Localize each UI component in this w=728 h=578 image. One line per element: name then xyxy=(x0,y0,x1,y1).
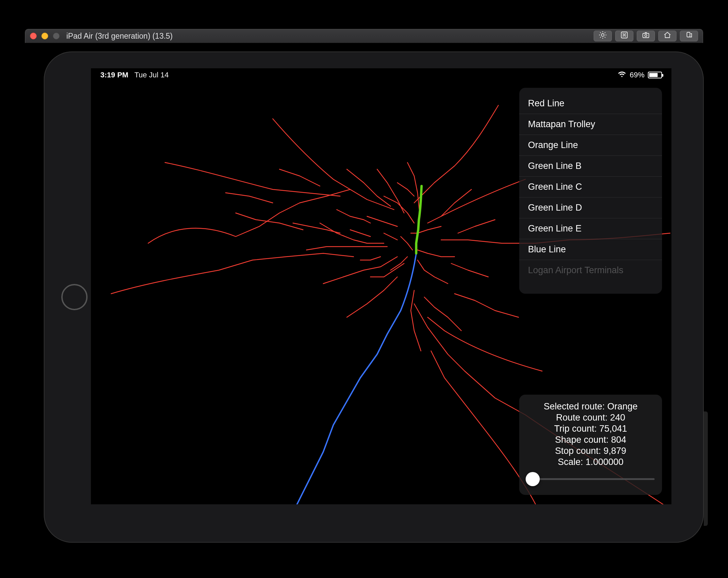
route-list-item[interactable]: Green Line D xyxy=(519,197,662,218)
route-line-red xyxy=(458,220,495,233)
camera-icon xyxy=(642,31,650,41)
command-icon: ⌘ xyxy=(620,31,628,41)
route-list-item[interactable]: Mattapan Trolley xyxy=(519,114,662,135)
route-line-red xyxy=(441,189,471,216)
route-list-item[interactable]: Green Line E xyxy=(519,218,662,239)
route-line-red xyxy=(397,183,414,196)
route-list-item[interactable]: Orange Line xyxy=(519,135,662,156)
route-line-red xyxy=(418,260,448,284)
rotate-button[interactable] xyxy=(680,31,698,42)
route-line-blue xyxy=(296,253,416,504)
appearance-toggle-button[interactable] xyxy=(594,31,612,42)
route-line-red xyxy=(418,250,454,257)
rotate-icon xyxy=(685,31,693,41)
route-list-panel[interactable]: Red LineMattapan TrolleyOrange LineGreen… xyxy=(519,88,662,294)
route-line-red xyxy=(454,294,519,317)
route-line-red xyxy=(427,179,525,223)
svg-line-7 xyxy=(600,37,601,38)
route-list-item[interactable]: Green Line C xyxy=(519,176,662,197)
status-date: Tue Jul 14 xyxy=(134,71,169,79)
device-screen: 3:19 PM Tue Jul 14 69% Red LineMattapan … xyxy=(91,68,671,504)
route-line-red xyxy=(236,213,303,230)
route-line-red xyxy=(360,257,381,260)
slider-track xyxy=(527,478,655,480)
scale-label: Scale: 1.000000 xyxy=(527,457,655,467)
svg-line-6 xyxy=(605,37,605,38)
battery-icon xyxy=(648,72,662,78)
scale-slider[interactable] xyxy=(527,473,655,485)
route-line-red xyxy=(414,105,498,203)
slider-thumb[interactable] xyxy=(526,472,540,486)
keyboard-shortcuts-button[interactable]: ⌘ xyxy=(615,31,633,42)
route-line-red xyxy=(370,264,404,277)
status-bar: 3:19 PM Tue Jul 14 69% xyxy=(91,68,671,82)
route-list-item[interactable]: Logan Airport Terminals xyxy=(519,260,662,281)
svg-line-8 xyxy=(605,32,605,33)
window-minimize-button[interactable] xyxy=(42,33,48,39)
route-line-red xyxy=(111,253,354,294)
route-line-red xyxy=(427,317,542,371)
svg-point-0 xyxy=(601,34,604,36)
route-line-red xyxy=(451,264,488,277)
simulator-titlebar: iPad Air (3rd generation) (13.5) ⌘ xyxy=(25,29,703,43)
route-line-red xyxy=(424,297,461,331)
screenshot-button[interactable] xyxy=(637,31,655,42)
route-line-red xyxy=(384,196,414,223)
route-line-red xyxy=(411,290,421,351)
route-line-red xyxy=(226,193,273,203)
simulator-toolbar: ⌘ xyxy=(594,31,698,42)
route-line-green xyxy=(416,186,422,253)
status-time: 3:19 PM xyxy=(100,71,128,79)
route-line-red xyxy=(347,277,397,317)
route-line-red xyxy=(367,216,397,226)
window-zoom-button[interactable] xyxy=(53,33,60,39)
route-list-item[interactable]: Green Line B xyxy=(519,156,662,176)
route-count-label: Route count: 240 xyxy=(527,412,655,423)
route-line-red xyxy=(411,226,441,233)
route-line-red xyxy=(165,163,340,196)
svg-text:⌘: ⌘ xyxy=(622,32,627,38)
home-icon xyxy=(664,31,671,41)
route-line-red xyxy=(350,230,370,237)
route-line-red xyxy=(401,237,413,250)
device-home-button[interactable] xyxy=(61,284,87,310)
svg-rect-11 xyxy=(643,33,649,38)
route-line-red xyxy=(337,210,370,223)
route-list-item[interactable]: Red Line xyxy=(519,93,662,114)
sun-icon xyxy=(599,31,607,41)
route-line-red xyxy=(293,223,340,233)
route-line-red xyxy=(408,163,419,210)
home-button[interactable] xyxy=(658,31,676,42)
route-line-red xyxy=(347,169,391,206)
svg-rect-13 xyxy=(687,32,690,37)
simulator-title: iPad Air (3rd generation) (13.5) xyxy=(66,32,173,41)
route-line-red xyxy=(323,257,397,284)
window-close-button[interactable] xyxy=(30,33,37,39)
info-panel: Selected route: Orange Route count: 240 … xyxy=(519,395,662,495)
battery-percent: 69% xyxy=(630,71,645,79)
route-line-red xyxy=(384,233,397,240)
shape-count-label: Shape count: 804 xyxy=(527,435,655,445)
simulator-window: iPad Air (3rd generation) (13.5) ⌘ xyxy=(25,29,703,43)
route-line-red xyxy=(320,223,384,243)
svg-point-12 xyxy=(645,34,647,36)
window-traffic-lights xyxy=(30,33,60,39)
route-line-red xyxy=(148,189,350,243)
route-line-red xyxy=(306,247,387,250)
selected-route-label: Selected route: Orange xyxy=(527,402,655,412)
route-line-red xyxy=(280,169,320,186)
route-list-item[interactable]: Blue Line xyxy=(519,239,662,260)
wifi-icon xyxy=(618,70,626,80)
route-line-red xyxy=(273,119,394,210)
svg-line-5 xyxy=(600,32,601,33)
route-line-red xyxy=(391,257,408,270)
trip-count-label: Trip count: 75,041 xyxy=(527,423,655,434)
ipad-frame: 3:19 PM Tue Jul 14 69% Red LineMattapan … xyxy=(44,52,704,543)
stop-count-label: Stop count: 9,879 xyxy=(527,446,655,456)
